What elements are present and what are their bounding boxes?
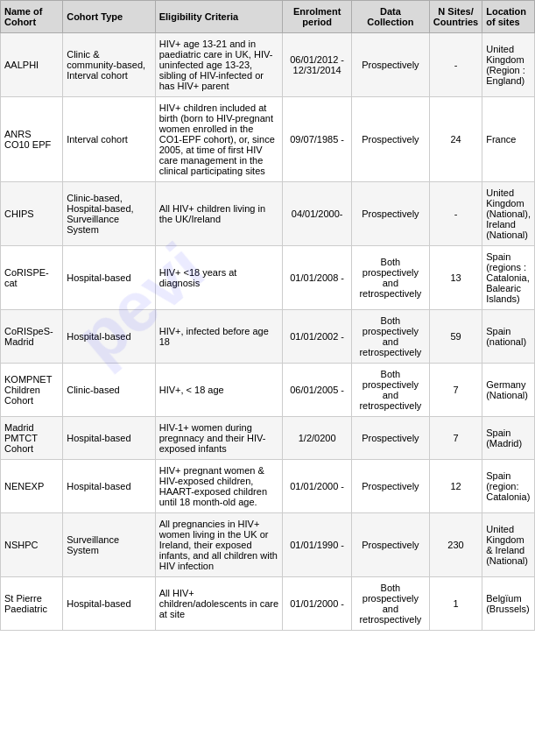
header-enrol: Enrolment period xyxy=(283,1,352,33)
table-row: AALPHIClinic & community-based, Interval… xyxy=(1,33,535,97)
table-row: NSHPCSurveillance SystemAll pregnancies … xyxy=(1,513,535,577)
table-row: CoRISPE-catHospital-basedHIV+ <18 years … xyxy=(1,246,535,310)
header-dc: Data Collection xyxy=(351,1,429,33)
header-nsites: N Sites/ Countries xyxy=(429,1,482,33)
table-row: St Pierre PaediatricHospital-basedAll HI… xyxy=(1,577,535,631)
table-row: Madrid PMTCT CohortHospital-basedHIV-1+ … xyxy=(1,417,535,460)
header-loc: Location of sites xyxy=(482,1,535,33)
cohort-table: Name of Cohort Cohort Type Eligibility C… xyxy=(0,0,535,631)
table-row: CoRISpeS-MadridHospital-basedHIV+, infec… xyxy=(1,310,535,364)
header-name: Name of Cohort xyxy=(1,1,63,33)
table-row: KOMPNET Children CohortClinic-basedHIV+,… xyxy=(1,364,535,417)
table-header-row: Name of Cohort Cohort Type Eligibility C… xyxy=(1,1,535,33)
table-row: NENEXPHospital-basedHIV+ pregnant women … xyxy=(1,460,535,513)
table-row: CHIPSClinic-based, Hospital-based, Surve… xyxy=(1,182,535,246)
table-row: ANRS CO10 EPFInterval cohortHIV+ childre… xyxy=(1,97,535,182)
header-elig: Eligibility Criteria xyxy=(155,1,283,33)
header-type: Cohort Type xyxy=(63,1,156,33)
